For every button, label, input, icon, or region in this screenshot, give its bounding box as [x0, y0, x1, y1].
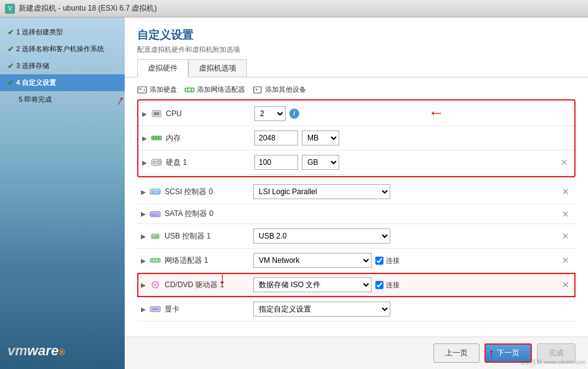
network-delete-button[interactable]: ✕ — [561, 255, 571, 265]
add-network-button[interactable]: + 添加网络适配器 — [185, 85, 245, 94]
gpu-label: ▶ 显卡 — [141, 304, 246, 315]
sidebar-step-2-label: 2 选择名称和客户机操作系统 — [16, 44, 104, 54]
network-expand-icon[interactable]: ▶ — [141, 257, 146, 264]
disk-add-icon: + — [137, 86, 147, 94]
prev-button[interactable]: 上一页 — [433, 343, 480, 363]
scsi-expand-icon[interactable]: ▶ — [141, 189, 146, 195]
check-icon-1: ✔ — [7, 28, 14, 37]
scsi-device-icon: SCSI — [150, 187, 161, 196]
disk-input[interactable] — [254, 155, 298, 170]
vmware-logo: vmware® — [7, 343, 65, 359]
cpu-info-icon[interactable]: i — [289, 109, 299, 119]
gpu-select[interactable]: 指定自定义设置 自动检测设置 — [253, 302, 390, 317]
network-value-cell: VM Network VM Network 2 连接 — [253, 253, 553, 268]
watermark: 创新互联 www.cdcxhl.com — [520, 358, 586, 367]
sidebar-step-3[interactable]: ✔ 3 选择存储 — [0, 57, 125, 74]
usb-expand-icon[interactable]: ▶ — [141, 233, 146, 240]
scsi-value-cell: LSI Logic Parallel LSI Logic SAS VMware … — [253, 184, 553, 199]
svg-rect-11 — [154, 112, 159, 115]
disk-expand-icon[interactable]: ▶ — [142, 159, 147, 166]
sata-label: ▶ SATA SATA 控制器 0 — [141, 209, 246, 219]
memory-label: ▶ 内存 — [142, 133, 247, 144]
sata-device-icon: SATA — [150, 210, 161, 219]
arrow-annotation-cddvd: ↓ — [218, 268, 226, 288]
arrow-annotation-1: ← — [428, 103, 445, 122]
cddvd-delete-button[interactable]: ✕ — [561, 280, 571, 290]
disk-unit-select[interactable]: GB TB — [302, 155, 339, 170]
cddvd-row: ▶ CD/DVD 驱动器 1 数据存储 ISO 文件 — [137, 273, 576, 297]
memory-expand-icon[interactable]: ▶ — [142, 135, 147, 142]
svg-text:+: + — [255, 87, 258, 93]
sata-expand-icon[interactable]: ▶ — [141, 210, 146, 217]
usb-value-cell: USB 2.0 USB 3.0 — [253, 229, 553, 244]
footer: 上一页 下一页 完成 — [125, 337, 588, 369]
cddvd-label: ▶ CD/DVD 驱动器 1 — [141, 280, 246, 290]
svg-rect-13 — [153, 137, 154, 139]
svg-rect-15 — [158, 137, 159, 139]
toolbar: + 添加硬盘 + 添加网络适配器 + 添加其他设备 — [125, 82, 588, 99]
sidebar-step-3-label: 3 选择存储 — [16, 61, 49, 71]
network-connect-checkbox[interactable] — [375, 257, 383, 265]
window-icon: V — [5, 4, 15, 14]
network-select[interactable]: VM Network VM Network 2 — [253, 253, 372, 268]
add-other-button[interactable]: + 添加其他设备 — [253, 85, 306, 94]
disk-delete-button[interactable]: ✕ — [559, 157, 569, 167]
sidebar: ✔ 1 选择创建类型 ✔ 2 选择名称和客户机操作系统 ✔ 3 选择存储 ✔ 4… — [0, 17, 125, 369]
cddvd-value-cell: 数据存储 ISO 文件 客户端设备 主机设备 连接 — [253, 277, 553, 292]
network-label: ▶ 网络适配器 1 — [141, 255, 246, 266]
tab-bar: 虚拟硬件 虚拟机选项 — [125, 59, 588, 77]
usb-select[interactable]: USB 2.0 USB 3.0 — [253, 229, 390, 244]
svg-rect-1 — [139, 88, 142, 90]
svg-text:SCSI: SCSI — [152, 190, 160, 194]
cddvd-select[interactable]: 数据存储 ISO 文件 客户端设备 主机设备 — [253, 277, 372, 292]
svg-rect-16 — [152, 159, 161, 165]
check-icon-3: ✔ — [7, 62, 14, 71]
gpu-row: ▶ 显卡 指定自定 — [137, 297, 576, 322]
network-connect-label: 连接 — [375, 256, 400, 265]
usb-delete-button[interactable]: ✕ — [561, 231, 571, 241]
add-disk-button[interactable]: + 添加硬盘 — [137, 85, 177, 94]
disk-device-icon — [151, 158, 162, 167]
cpu-select[interactable]: 2 4 8 — [254, 106, 286, 121]
gpu-value-cell: 指定自定义设置 自动检测设置 — [253, 302, 553, 317]
sidebar-step-4[interactable]: ✔ 4 自定义设置 — [0, 74, 125, 91]
cpu-value-cell: 2 4 8 i — [254, 106, 552, 121]
add-network-label: 添加网络适配器 — [197, 85, 245, 94]
scsi-delete-button[interactable]: ✕ — [561, 187, 571, 197]
hardware-table-bottom: ▶ SCSI SCSI 控制器 0 LSI Logic Parallel — [137, 180, 576, 322]
check-icon-4: ✔ — [7, 79, 14, 87]
gpu-expand-icon[interactable]: ▶ — [141, 306, 146, 313]
cddvd-expand-icon[interactable]: ▶ — [141, 282, 146, 288]
sidebar-step-5[interactable]: 5 即将完成 — [0, 91, 125, 108]
sidebar-step-1[interactable]: ✔ 1 选择创建类型 — [0, 24, 125, 41]
svg-rect-18 — [153, 161, 157, 162]
tab-options[interactable]: 虚拟机选项 — [188, 59, 247, 77]
svg-rect-14 — [155, 137, 157, 139]
tab-hardware[interactable]: 虚拟硬件 — [137, 59, 188, 77]
sidebar-step-2[interactable]: ✔ 2 选择名称和客户机操作系统 — [0, 41, 125, 57]
highlight-group-1: ▶ CPU — [137, 99, 576, 177]
sata-delete-button[interactable]: ✕ — [561, 209, 571, 219]
page-subtitle: 配置虚拟机硬件和虚拟机附加选项 — [137, 45, 576, 54]
svg-text:+: + — [143, 87, 146, 93]
memory-device-icon — [151, 134, 162, 142]
memory-unit-select[interactable]: MB GB — [302, 130, 339, 145]
add-disk-label: 添加硬盘 — [150, 85, 177, 94]
sidebar-step-5-label: 5 即将完成 — [19, 95, 52, 104]
window-title: 新建虚拟机 - ubuntu 18 (ESXi 6.7 虚拟机) — [19, 3, 157, 14]
disk-label: ▶ 硬盘 1 — [142, 157, 247, 168]
cpu-expand-icon[interactable]: ▶ — [142, 111, 147, 117]
hardware-table-top: ▶ CPU — [138, 102, 574, 175]
usb-row: ▶ USB USB 控制器 1 USB 2.0 USB — [137, 224, 576, 248]
gpu-device-icon — [150, 305, 161, 313]
usb-device-icon: USB — [150, 232, 161, 240]
cpu-row: ▶ CPU — [138, 102, 574, 126]
memory-input[interactable] — [254, 130, 298, 145]
add-other-icon: + — [253, 86, 263, 94]
svg-text:USB: USB — [152, 235, 159, 239]
cddvd-connect-checkbox[interactable] — [375, 281, 383, 289]
svg-rect-35 — [153, 308, 154, 310]
sidebar-step-4-label: 4 自定义设置 — [16, 78, 56, 87]
scsi-select[interactable]: LSI Logic Parallel LSI Logic SAS VMware … — [253, 184, 390, 199]
settings-area: ▶ CPU — [125, 99, 588, 337]
